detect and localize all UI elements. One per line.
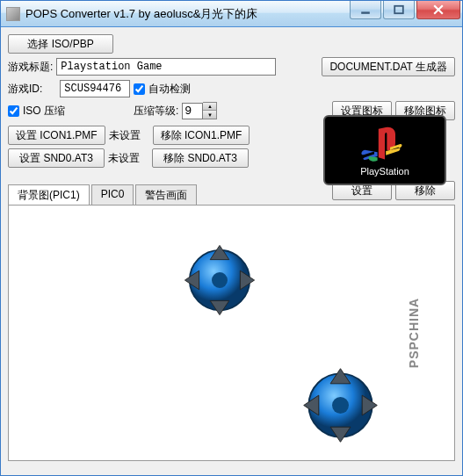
spin-down-icon[interactable]: ▼ — [203, 111, 216, 119]
tab-warning[interactable]: 警告画面 — [135, 184, 197, 206]
close-button[interactable] — [416, 1, 460, 19]
auto-detect-checkbox[interactable]: 自动检测 — [134, 82, 191, 97]
remove-snd0-at3-button[interactable]: 移除 SND0.AT3 — [152, 148, 249, 168]
remove-icon1-pmf-button[interactable]: 移除 ICON1.PMF — [153, 126, 250, 145]
dpad-icon — [180, 241, 259, 320]
iso-compress-checkbox[interactable]: ISO 压缩 — [8, 104, 65, 119]
set-snd0-at3-button[interactable]: 设置 SND0.AT3 — [8, 148, 105, 168]
app-window: POPS Converter v1.7 by aeolusc&月光下的床 选择 … — [0, 0, 463, 476]
ps-logo-icon — [358, 125, 411, 164]
titlebar: POPS Converter v1.7 by aeolusc&月光下的床 — [1, 1, 462, 27]
compress-level-spinner[interactable]: ▲ ▼ — [182, 102, 217, 119]
svg-point-7 — [332, 397, 349, 414]
maximize-button[interactable] — [383, 1, 415, 19]
dpad-icon — [299, 364, 382, 447]
svg-rect-1 — [394, 6, 403, 13]
client-area: 选择 ISO/PBP 游戏标题: DOCUMENT.DAT 生成器 游戏ID: … — [1, 27, 462, 475]
game-title-label: 游戏标题: — [8, 60, 53, 75]
compress-level-input[interactable] — [182, 103, 203, 119]
game-title-input[interactable] — [56, 58, 276, 76]
svg-point-5 — [212, 272, 228, 288]
icon1-status: 未设置 — [109, 128, 149, 143]
iso-compress-check-input[interactable] — [8, 105, 19, 117]
document-dat-button[interactable]: DOCUMENT.DAT 生成器 — [322, 57, 455, 76]
set-icon1-pmf-button[interactable]: 设置 ICON1.PMF — [8, 126, 105, 145]
tab-pic1[interactable]: 背景图(PIC1) — [8, 184, 90, 206]
playstation-logo: PlayStation — [323, 115, 446, 185]
window-title: POPS Converter v1.7 by aeolusc&月光下的床 — [25, 6, 348, 22]
auto-detect-label: 自动检测 — [148, 82, 191, 97]
ps-logo-text: PlayStation — [360, 166, 409, 177]
minimize-button[interactable] — [350, 1, 381, 19]
watermark-text: PSPCHINA — [407, 298, 421, 368]
game-id-input[interactable] — [60, 80, 130, 97]
tab-pic0[interactable]: PIC0 — [91, 184, 134, 206]
game-id-label: 游戏ID: — [8, 82, 42, 97]
preview-area: PSPCHINA — [8, 205, 455, 461]
tab-strip: 背景图(PIC1) PIC0 警告画面 — [8, 184, 199, 206]
select-iso-pbp-button[interactable]: 选择 ISO/PBP — [8, 34, 113, 54]
top-section: 选择 ISO/PBP 游戏标题: DOCUMENT.DAT 生成器 游戏ID: … — [8, 34, 455, 168]
spin-up-icon[interactable]: ▲ — [203, 103, 216, 111]
compress-level-label: 压缩等级: — [134, 104, 178, 119]
snd0-status: 未设置 — [108, 151, 148, 166]
window-controls — [348, 1, 460, 26]
iso-compress-label: ISO 压缩 — [23, 104, 65, 119]
auto-detect-check-input[interactable] — [134, 83, 145, 95]
app-icon — [6, 7, 20, 21]
